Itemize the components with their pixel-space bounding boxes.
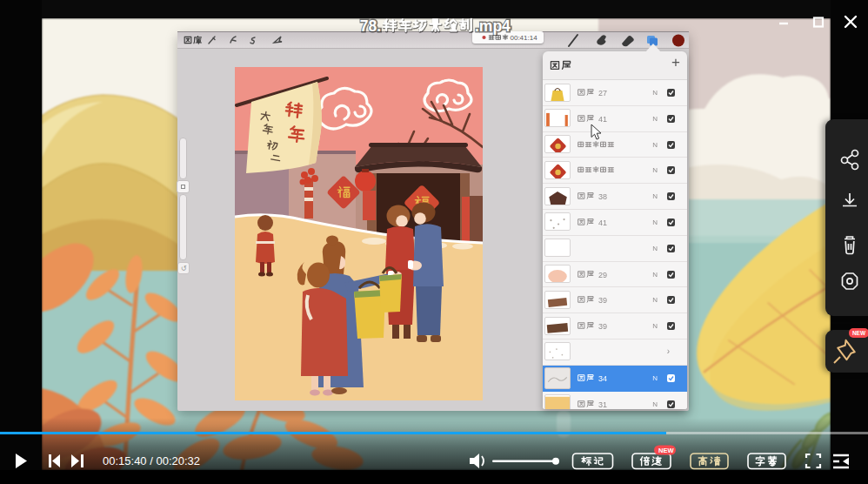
svg-text:41: 41 bbox=[598, 114, 607, 123]
svg-text:27: 27 bbox=[598, 89, 607, 97]
svg-text:38: 38 bbox=[598, 192, 607, 201]
svg-text:NEW: NEW bbox=[658, 447, 674, 454]
svg-text:31: 31 bbox=[598, 400, 607, 408]
svg-text:39: 39 bbox=[598, 322, 607, 331]
svg-text:39: 39 bbox=[598, 296, 607, 305]
svg-text:00:15:40 / 00:20:32: 00:15:40 / 00:20:32 bbox=[103, 454, 200, 467]
svg-text:41: 41 bbox=[598, 218, 607, 226]
svg-text:.mp4: .mp4 bbox=[475, 17, 511, 35]
svg-text:29: 29 bbox=[598, 270, 607, 279]
svg-text:34: 34 bbox=[598, 373, 607, 382]
svg-text:78.: 78. bbox=[360, 17, 381, 35]
